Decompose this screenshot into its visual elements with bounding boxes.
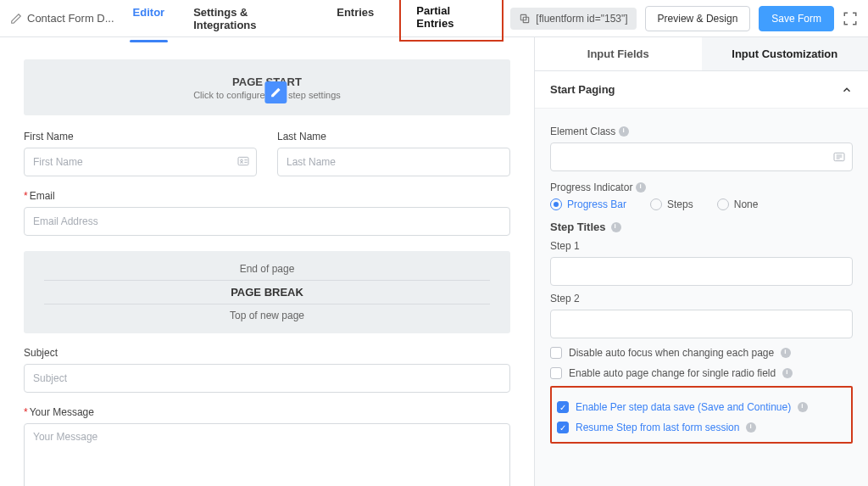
- edit-page-start-button[interactable]: [264, 81, 287, 103]
- fullscreen-icon[interactable]: [843, 11, 858, 26]
- tab-input-customization[interactable]: Input Customization: [702, 37, 869, 70]
- progress-indicator-label: Progress Indicator: [550, 182, 853, 193]
- last-name-input[interactable]: [277, 148, 510, 176]
- list-icon[interactable]: [832, 150, 846, 164]
- radio-none[interactable]: None: [717, 198, 759, 210]
- checkbox-disable-autofocus[interactable]: Disable auto focus when changing each pa…: [550, 347, 853, 359]
- subject-label: Subject: [24, 347, 510, 359]
- step1-label: Step 1: [550, 240, 853, 252]
- svg-rect-2: [238, 157, 248, 165]
- email-input[interactable]: [24, 207, 510, 236]
- info-icon[interactable]: [798, 402, 808, 412]
- info-icon[interactable]: [782, 368, 793, 378]
- copy-icon: [519, 13, 531, 25]
- tab-partial-entries[interactable]: Partial Entries: [399, 0, 504, 42]
- form-title[interactable]: Contact Form D...: [27, 12, 114, 25]
- pencil-icon: [10, 13, 22, 25]
- tab-editor[interactable]: Editor: [130, 0, 169, 42]
- form-canvas: PAGE START Click to configure your step …: [0, 37, 534, 486]
- form-title-area: Contact Form D...: [10, 12, 114, 25]
- section-title: Start Paging: [550, 83, 615, 96]
- tab-input-fields[interactable]: Input Fields: [535, 37, 702, 70]
- start-paging-section[interactable]: Start Paging: [535, 71, 868, 109]
- step2-input[interactable]: [550, 310, 853, 338]
- sidebar: Input Fields Input Customization Start P…: [534, 37, 868, 486]
- email-label: *Email: [24, 190, 510, 202]
- first-name-input[interactable]: [24, 148, 257, 176]
- top-of-new-label: Top of new page: [24, 310, 510, 321]
- element-class-input[interactable]: [550, 142, 853, 171]
- info-icon[interactable]: [611, 222, 621, 232]
- save-form-button[interactable]: Save Form: [759, 6, 834, 31]
- page-break-label: PAGE BREAK: [24, 286, 510, 299]
- page-start-block[interactable]: PAGE START Click to configure your step …: [24, 59, 510, 115]
- highlighted-options: Enable Per step data save (Save and Cont…: [550, 386, 853, 444]
- info-icon[interactable]: [636, 182, 646, 193]
- chevron-up-icon: [841, 84, 853, 96]
- page-break-block[interactable]: End of page PAGE BREAK Top of new page: [24, 251, 510, 333]
- pencil-icon: [270, 87, 281, 98]
- radio-steps[interactable]: Steps: [650, 198, 693, 210]
- message-textarea[interactable]: [24, 423, 510, 486]
- preview-design-button[interactable]: Preview & Design: [645, 6, 751, 31]
- tab-entries[interactable]: Entries: [333, 0, 377, 42]
- end-of-page-label: End of page: [24, 263, 510, 275]
- last-name-label: Last Name: [277, 131, 510, 142]
- step-titles-label: Step Titles: [550, 221, 853, 233]
- subject-input[interactable]: [24, 364, 510, 393]
- id-card-icon: [236, 154, 250, 168]
- step2-label: Step 2: [550, 293, 853, 304]
- message-label: *Your Message: [24, 406, 510, 418]
- info-icon[interactable]: [619, 126, 629, 137]
- element-class-label: Element Class: [550, 126, 853, 137]
- header-right: [fluentform id="153"] Preview & Design S…: [510, 6, 858, 31]
- first-name-label: First Name: [24, 131, 257, 142]
- shortcode-text: [fluentform id="153"]: [536, 13, 627, 25]
- topbar: Contact Form D... Editor Settings & Inte…: [0, 0, 868, 37]
- tab-settings[interactable]: Settings & Integrations: [190, 0, 311, 42]
- checkbox-auto-page-change[interactable]: Enable auto page change for single radio…: [550, 367, 853, 379]
- radio-progress-bar[interactable]: Progress Bar: [550, 198, 626, 210]
- info-icon[interactable]: [781, 348, 791, 358]
- checkbox-per-step-save[interactable]: Enable Per step data save (Save and Cont…: [557, 401, 846, 413]
- shortcode-display[interactable]: [fluentform id="153"]: [510, 8, 636, 30]
- main-tabs: Editor Settings & Integrations Entries P…: [130, 0, 504, 42]
- info-icon[interactable]: [746, 422, 756, 433]
- checkbox-resume-step[interactable]: Resume Step from last form session: [557, 422, 846, 433]
- step1-input[interactable]: [550, 257, 853, 286]
- svg-point-3: [241, 159, 243, 162]
